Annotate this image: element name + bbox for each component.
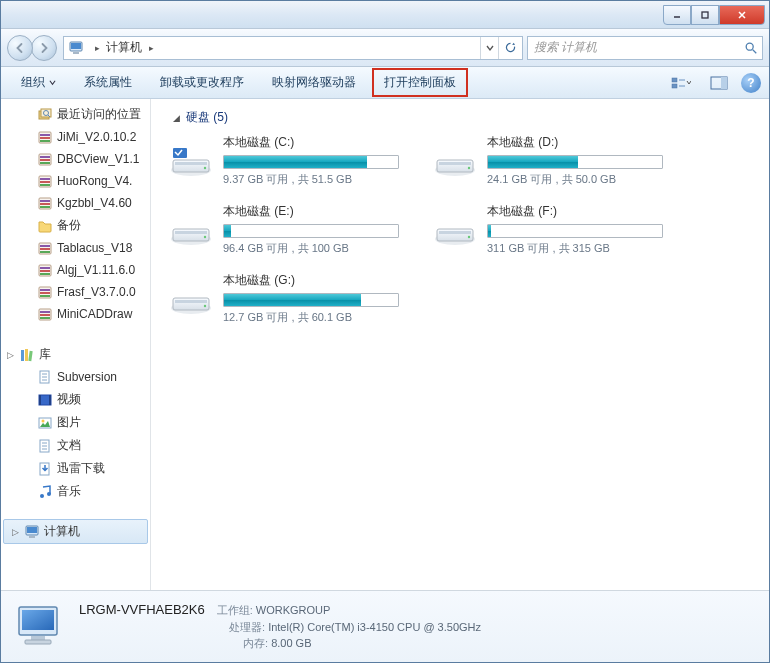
svg-rect-58: [49, 395, 51, 405]
drive-item[interactable]: 本地磁盘 (G:)12.7 GB 可用 , 共 60.1 GB: [169, 272, 421, 325]
drive-item[interactable]: 本地磁盘 (E:)96.4 GB 可用 , 共 100 GB: [169, 203, 421, 256]
navigation-tree[interactable]: 最近访问的位置 JiMi_V2.0.10.2DBCView_V1.1HuoRon…: [1, 99, 151, 590]
svg-rect-90: [175, 300, 207, 303]
address-dropdown-button[interactable]: [480, 37, 498, 59]
tree-library-item[interactable]: 文档: [1, 434, 150, 457]
nav-back-button[interactable]: [7, 35, 33, 61]
drive-free-text: 96.4 GB 可用 , 共 100 GB: [223, 241, 421, 256]
drive-name: 本地磁盘 (E:): [223, 203, 421, 220]
svg-rect-26: [40, 178, 50, 180]
disclosure-triangle-icon[interactable]: ▷: [10, 527, 20, 537]
tree-library-item[interactable]: Subversion: [1, 366, 150, 388]
svg-rect-48: [40, 317, 50, 319]
details-computer-name: LRGM-VVFHAEB2K6: [79, 602, 205, 617]
titlebar[interactable]: [1, 1, 769, 29]
svg-rect-36: [40, 251, 50, 253]
open-control-panel-button[interactable]: 打开控制面板: [372, 68, 468, 97]
drive-name: 本地磁盘 (C:): [223, 134, 421, 151]
library-icon: [19, 347, 35, 363]
address-bar[interactable]: ▸ 计算机 ▸: [63, 36, 523, 60]
svg-rect-35: [40, 248, 50, 250]
organize-button[interactable]: 组织: [9, 68, 68, 97]
rar-icon: [37, 173, 53, 189]
svg-rect-42: [40, 289, 50, 291]
tree-libraries[interactable]: ▷ 库: [1, 343, 150, 366]
svg-point-74: [204, 166, 206, 168]
drive-usage-bar: [223, 155, 399, 169]
details-cpu: Intel(R) Core(TM) i3-4150 CPU @ 3.50GHz: [268, 621, 481, 633]
tree-item[interactable]: Frasf_V3.7.0.0: [1, 281, 150, 303]
tree-item-label: 图片: [57, 414, 81, 431]
main-pane[interactable]: ◢ 硬盘 (5) 本地磁盘 (C:)9.37 GB 可用 , 共 51.5 GB…: [151, 99, 769, 590]
uninstall-programs-button[interactable]: 卸载或更改程序: [148, 68, 256, 97]
tree-item[interactable]: JiMi_V2.0.10.2: [1, 126, 150, 148]
maximize-button[interactable]: [691, 5, 719, 25]
drive-item[interactable]: 本地磁盘 (C:)9.37 GB 可用 , 共 51.5 GB: [169, 134, 421, 187]
tree-item[interactable]: DBCView_V1.1: [1, 148, 150, 170]
dl-icon: [37, 461, 53, 477]
drive-name: 本地磁盘 (F:): [487, 203, 685, 220]
svg-rect-46: [40, 311, 50, 313]
disclosure-triangle-icon[interactable]: ▷: [5, 350, 15, 360]
minimize-button[interactable]: [663, 5, 691, 25]
tree-library-item[interactable]: 图片: [1, 411, 150, 434]
system-properties-button[interactable]: 系统属性: [72, 68, 144, 97]
svg-line-6: [753, 49, 757, 53]
svg-point-87: [468, 235, 470, 237]
preview-pane-button[interactable]: [703, 73, 735, 93]
svg-rect-18: [40, 134, 50, 136]
breadcrumb-sep-icon[interactable]: ▸: [92, 40, 102, 56]
tree-item[interactable]: MiniCADDraw: [1, 303, 150, 325]
drive-free-text: 12.7 GB 可用 , 共 60.1 GB: [223, 310, 421, 325]
tree-item[interactable]: HuoRong_V4.: [1, 170, 150, 192]
tree-item-label: 文档: [57, 437, 81, 454]
drive-free-text: 311 GB 可用 , 共 315 GB: [487, 241, 685, 256]
tree-recent-places[interactable]: 最近访问的位置: [1, 103, 150, 126]
tree-item[interactable]: Algj_V1.11.6.0: [1, 259, 150, 281]
recent-icon: [37, 107, 53, 123]
svg-rect-51: [28, 350, 32, 360]
tree-item-label: 视频: [57, 391, 81, 408]
doc-icon: [37, 438, 53, 454]
svg-rect-23: [40, 159, 50, 161]
tree-library-item[interactable]: 迅雷下载: [1, 457, 150, 480]
drive-item[interactable]: 本地磁盘 (D:)24.1 GB 可用 , 共 50.0 GB: [433, 134, 685, 187]
tree-item[interactable]: Kgzbbl_V4.60: [1, 192, 150, 214]
svg-rect-69: [27, 527, 37, 533]
tree-library-item[interactable]: 音乐: [1, 480, 150, 503]
folder-icon: [37, 218, 53, 234]
map-network-drive-button[interactable]: 映射网络驱动器: [260, 68, 368, 97]
svg-rect-22: [40, 156, 50, 158]
tree-item[interactable]: Tablacus_V18: [1, 237, 150, 259]
search-icon[interactable]: [740, 37, 762, 59]
tree-computer[interactable]: ▷ 计算机: [3, 519, 148, 544]
svg-rect-44: [40, 295, 50, 297]
help-button[interactable]: ?: [741, 73, 761, 93]
svg-rect-89: [173, 298, 209, 310]
svg-rect-31: [40, 203, 50, 205]
details-pane: LRGM-VVFHAEB2K6 工作组: WORKGROUP 处理器: Inte…: [1, 590, 769, 662]
breadcrumb-sep-icon[interactable]: ▸: [146, 40, 156, 56]
category-header[interactable]: ◢ 硬盘 (5): [161, 105, 759, 134]
address-text[interactable]: 计算机: [106, 39, 142, 56]
svg-rect-30: [40, 200, 50, 202]
rar-icon: [37, 195, 53, 211]
svg-rect-19: [40, 137, 50, 139]
drive-icon: [169, 142, 213, 180]
view-options-button[interactable]: [665, 73, 697, 93]
svg-rect-77: [437, 160, 473, 172]
search-input[interactable]: 搜索 计算机: [527, 36, 763, 60]
svg-rect-49: [21, 350, 24, 361]
collapse-triangle-icon[interactable]: ◢: [173, 113, 180, 123]
nav-forward-button[interactable]: [31, 35, 57, 61]
svg-rect-43: [40, 292, 50, 294]
svg-rect-72: [173, 160, 209, 172]
close-button[interactable]: [719, 5, 765, 25]
drive-item[interactable]: 本地磁盘 (F:)311 GB 可用 , 共 315 GB: [433, 203, 685, 256]
svg-point-66: [40, 494, 44, 498]
tree-item[interactable]: 备份: [1, 214, 150, 237]
tree-library-item[interactable]: 视频: [1, 388, 150, 411]
refresh-button[interactable]: [498, 37, 522, 59]
tree-item-label: Kgzbbl_V4.60: [57, 196, 132, 210]
tree-item-label: Subversion: [57, 370, 117, 384]
